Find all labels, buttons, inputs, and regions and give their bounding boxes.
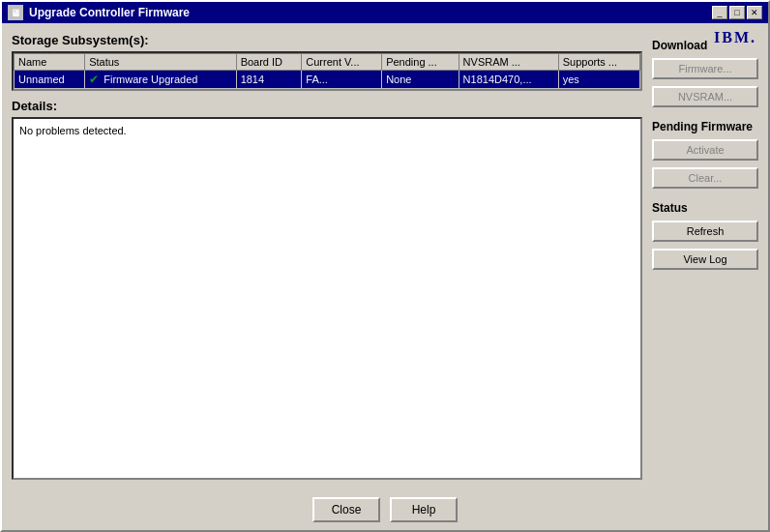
cell-nvsram: N1814D470,... xyxy=(459,71,558,89)
help-button[interactable]: Help xyxy=(390,497,458,522)
cell-current-v: FA... 06,60,22,00 xyxy=(302,71,382,89)
table-header: Name Status Board ID Current V... Pendin… xyxy=(15,54,640,71)
col-pending: Pending ... xyxy=(382,54,459,71)
details-label: Details: xyxy=(12,99,642,113)
pending-firmware-label: Pending Firmware xyxy=(652,120,758,133)
storage-section: Storage Subsystem(s): Name Status Board … xyxy=(12,33,642,91)
details-text-box: No problems detected. xyxy=(12,117,642,480)
title-bar: 🖥 Upgrade Controller Firmware _ □ ✕ xyxy=(2,2,768,23)
window-controls: _ □ ✕ xyxy=(712,6,762,19)
check-icon: ✔ xyxy=(89,73,99,86)
table-container: Name Status Board ID Current V... Pendin… xyxy=(12,51,642,91)
details-section: Details: No problems detected. xyxy=(12,99,642,480)
bottom-bar: Close Help xyxy=(2,489,768,530)
clear-button[interactable]: Clear... xyxy=(652,167,758,189)
cell-supports: yes xyxy=(558,71,639,89)
storage-label: Storage Subsystem(s): xyxy=(12,33,642,47)
cell-status: ✔ Firmware Upgraded xyxy=(85,71,236,89)
col-nvsram: NVSRAM ... xyxy=(459,54,558,71)
cell-board-id: 1814 xyxy=(236,71,302,89)
details-text: No problems detected. xyxy=(19,125,127,136)
left-panel: Storage Subsystem(s): Name Status Board … xyxy=(12,33,642,480)
window-title: Upgrade Controller Firmware xyxy=(29,6,712,19)
close-button-bottom[interactable]: Close xyxy=(312,497,380,522)
col-name: Name xyxy=(15,54,85,71)
col-board-id: Board ID xyxy=(236,54,302,71)
col-status: Status xyxy=(85,54,236,71)
minimize-button[interactable]: _ xyxy=(712,6,727,19)
ibm-logo: IBM. xyxy=(714,29,756,46)
main-window: 🖥 Upgrade Controller Firmware _ □ ✕ IBM.… xyxy=(0,0,770,532)
maximize-button[interactable]: □ xyxy=(729,6,745,19)
col-supports: Supports ... xyxy=(558,54,639,71)
window-body: Storage Subsystem(s): Name Status Board … xyxy=(2,23,768,489)
refresh-button[interactable]: Refresh xyxy=(652,221,758,242)
window-icon: 🖥 xyxy=(8,5,23,20)
cell-name: Unnamed xyxy=(15,71,85,89)
nvsram-button[interactable]: NVSRAM... xyxy=(652,86,758,107)
firmware-button[interactable]: Firmware... xyxy=(652,58,758,79)
storage-table: Name Status Board ID Current V... Pendin… xyxy=(14,53,640,89)
view-log-button[interactable]: View Log xyxy=(652,249,758,270)
main-content: Storage Subsystem(s): Name Status Board … xyxy=(12,33,758,480)
table-body: Unnamed ✔ Firmware Upgraded 1814 FA... 0… xyxy=(15,71,640,89)
cell-pending: None xyxy=(382,71,459,89)
col-current-v: Current V... xyxy=(302,54,382,71)
table-row[interactable]: Unnamed ✔ Firmware Upgraded 1814 FA... 0… xyxy=(15,71,640,89)
activate-button[interactable]: Activate xyxy=(652,139,758,161)
right-panel: Download Firmware... NVSRAM... Pending F… xyxy=(652,33,758,480)
close-button[interactable]: ✕ xyxy=(747,6,762,19)
status-label: Status xyxy=(652,201,758,215)
